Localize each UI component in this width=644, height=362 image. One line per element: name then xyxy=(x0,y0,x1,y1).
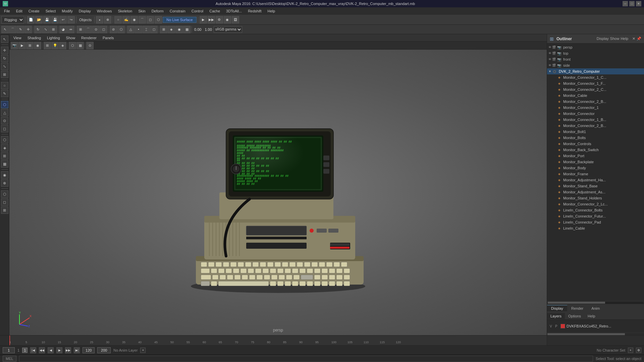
vm-view[interactable]: View xyxy=(11,35,24,41)
rotate-tool-btn[interactable]: ↻ xyxy=(34,26,42,33)
tree-item-persp[interactable]: 👁 🎬 📷 persp xyxy=(547,44,644,50)
tree-item-14[interactable]: ─ ◈ Monitor_Port xyxy=(547,153,644,159)
tree-item-4[interactable]: ─ ◈ Monitor_Cable xyxy=(547,93,644,99)
outliner-pin-btn[interactable]: 📌 xyxy=(637,37,641,41)
menu-display[interactable]: Display xyxy=(76,8,94,14)
vp-hud-btn[interactable]: ⊙ xyxy=(86,42,94,49)
anim-layer-btn[interactable]: + xyxy=(140,348,146,353)
tree-item-19[interactable]: ─ ◈ Monitor_Stand_Base xyxy=(547,183,644,189)
render-seq-btn[interactable]: ▶▶ xyxy=(208,16,215,23)
surface-btn[interactable]: ◻ xyxy=(147,16,154,23)
tree-item-6[interactable]: ─ ◈ Monitor_Connector_1 xyxy=(547,105,644,111)
outliner-display-btn[interactable]: Display xyxy=(597,37,609,41)
lt-btn-a[interactable]: △ xyxy=(1,109,8,116)
tree-item-1[interactable]: ─ ◈ Monitor_Connector_1_C... xyxy=(547,74,644,80)
render-settings-btn[interactable]: ⚙ xyxy=(216,16,223,23)
snap-view-btn[interactable]: ◻ xyxy=(100,26,107,33)
layers-hscrollbar[interactable] xyxy=(547,333,644,335)
vp-iso-btn[interactable]: ⬡ xyxy=(69,42,76,49)
vm-shading[interactable]: Shading xyxy=(25,35,44,41)
move-tool-btn[interactable]: ✛ xyxy=(24,26,32,33)
component-btn[interactable]: △ xyxy=(127,26,135,33)
lt-btn-j[interactable]: ⬡ xyxy=(1,190,8,198)
outliner-hscrollbar[interactable] xyxy=(547,301,644,304)
mode-label[interactable]: MEL xyxy=(3,356,16,362)
snap-btn[interactable]: ⊕ xyxy=(104,16,111,23)
menu-modify[interactable]: Modify xyxy=(59,8,75,14)
menu-file[interactable]: File xyxy=(1,8,13,14)
vm-renderer[interactable]: Renderer xyxy=(78,35,99,41)
vp-smooth-btn[interactable]: ◉ xyxy=(34,42,41,49)
lt-btn-h[interactable]: ◉ xyxy=(1,171,8,179)
timeline-ruler[interactable]: 1 5 10 15 20 25 30 35 40 45 50 55 60 65 … xyxy=(9,336,547,345)
tree-item-9[interactable]: ─ ◈ Monitor_Connector_2_B... xyxy=(547,123,644,129)
help-tab[interactable]: Help xyxy=(584,313,599,319)
move-lt-btn[interactable]: ✛ xyxy=(1,47,8,54)
face-btn[interactable]: ◻ xyxy=(150,26,158,33)
menu-create[interactable]: Create xyxy=(26,8,42,14)
menu-3dtoall[interactable]: 3DToAll... xyxy=(223,8,245,14)
layers-tab[interactable]: Layers xyxy=(547,313,565,319)
play-back-btn[interactable]: ◀ xyxy=(48,347,54,353)
end-frame-input[interactable] xyxy=(83,347,95,353)
lt-btn-i[interactable]: ⊕ xyxy=(1,179,8,187)
selected-frame-box[interactable]: 1 xyxy=(22,348,28,353)
texture-btn[interactable]: ▦ xyxy=(183,26,191,33)
tree-item-dvk[interactable]: ▼ ⬡ DVK_2_Retro_Computer xyxy=(547,68,644,74)
save-as-button[interactable]: 💾 xyxy=(51,16,59,23)
lt-btn-c[interactable]: ◻ xyxy=(1,125,8,132)
lt-btn-g[interactable]: ▦ xyxy=(1,160,8,168)
tree-item-10[interactable]: ─ ◈ Monitor_Bolt1 xyxy=(547,129,644,135)
tree-item-11[interactable]: ─ ◈ Monitor_Bolts xyxy=(547,135,644,141)
rotate-lt-btn[interactable]: ↻ xyxy=(1,55,8,62)
step-back-btn[interactable]: ◀◀ xyxy=(39,347,45,353)
paint-lt-btn[interactable]: ✎ xyxy=(1,90,8,97)
menu-windows[interactable]: Windows xyxy=(94,8,115,14)
lt-btn-l[interactable]: ⊞ xyxy=(1,206,8,214)
tree-item-26[interactable]: ─ ◈ LineIn_Cable xyxy=(547,225,644,231)
vm-lighting[interactable]: Lighting xyxy=(44,35,63,41)
tree-item-16[interactable]: ─ ◈ Monitor_Body xyxy=(547,165,644,171)
render-btn[interactable]: ▶ xyxy=(200,16,207,23)
command-input[interactable] xyxy=(19,356,593,362)
edge-btn[interactable]: ⌶ xyxy=(143,26,150,33)
menu-constrain[interactable]: Constrain xyxy=(167,8,188,14)
lt-btn-b[interactable]: ⊙ xyxy=(1,117,8,124)
sculpt-btn[interactable]: ◉ xyxy=(130,16,138,23)
outliner-tree[interactable]: 👁 🎬 📷 persp 👁 🎬 📷 top 👁 🎬 📷 front 👁 🎬 xyxy=(547,44,644,301)
snap-curve-btn[interactable]: ⌒ xyxy=(85,26,92,33)
outliner-close-btn[interactable]: ✕ xyxy=(632,37,635,41)
new-scene-button[interactable]: 📄 xyxy=(27,16,35,23)
vp-cam-btn[interactable]: 📷 xyxy=(11,42,18,49)
select-mode-btn[interactable]: ↖ xyxy=(1,36,8,43)
vp-render-btn[interactable]: ▶ xyxy=(18,42,26,49)
vm-panels[interactable]: Panels xyxy=(100,35,117,41)
ipr-btn[interactable]: ◉ xyxy=(224,16,231,23)
transform-tool-btn[interactable]: ⊞ xyxy=(50,26,57,33)
tree-item-3[interactable]: ─ ◈ Monitor_Connector_2_C... xyxy=(547,86,644,93)
tree-item-front[interactable]: 👁 🎬 📷 front xyxy=(547,56,644,62)
tree-item-22[interactable]: ─ ◈ Monitor_Connector_2_Lc... xyxy=(547,201,644,207)
snap-point-btn[interactable]: ⊙ xyxy=(92,26,100,33)
lasso-btn[interactable]: ○ xyxy=(114,16,122,23)
range-end-input[interactable] xyxy=(97,347,111,353)
menu-edit[interactable]: Edit xyxy=(13,8,25,14)
char-set-btn2[interactable]: ⚙ xyxy=(636,348,641,353)
current-frame-input[interactable] xyxy=(3,347,15,353)
tree-item-top[interactable]: 👁 🎬 📷 top xyxy=(547,50,644,56)
save-button[interactable]: 💾 xyxy=(43,16,51,23)
tree-item-2[interactable]: ─ ◈ Monitor_Connector_1_F... xyxy=(547,80,644,86)
select-tool-btn[interactable]: ↖ xyxy=(1,26,9,33)
menu-skeleton[interactable]: Skeleton xyxy=(115,8,135,14)
tree-item-5[interactable]: ─ ◈ Monitor_Connector_2_B... xyxy=(547,99,644,105)
tree-item-side[interactable]: 👁 🎬 📷 side xyxy=(547,62,644,68)
tree-item-20[interactable]: ─ ◈ Monitor_Adjustment_As... xyxy=(547,189,644,195)
scale-tool-btn[interactable]: ⤡ xyxy=(42,26,49,33)
transform-lt-btn[interactable]: ⊞ xyxy=(1,71,8,78)
lt-btn-e[interactable]: ◈ xyxy=(1,144,8,152)
reflect-btn[interactable]: ⇔ xyxy=(67,26,74,33)
close-button[interactable]: ✕ xyxy=(636,1,641,6)
play-forward-btn[interactable]: ▶ xyxy=(56,347,62,353)
open-button[interactable]: 📂 xyxy=(35,16,43,23)
lt-btn-k[interactable]: ◻ xyxy=(1,198,8,206)
